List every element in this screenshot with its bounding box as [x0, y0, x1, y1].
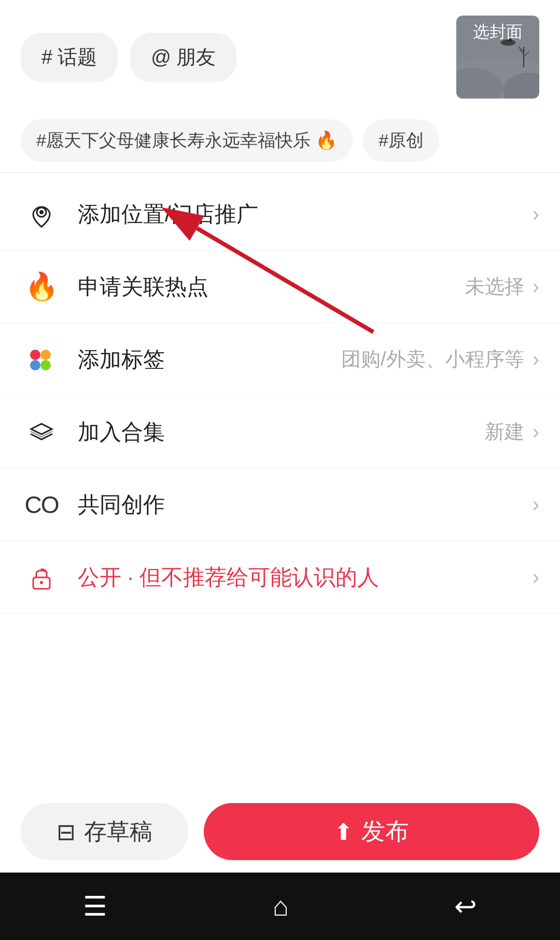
hotspot-value: 未选择	[465, 273, 524, 300]
collab-chevron: ›	[533, 493, 539, 516]
cover-label-text: 选封面	[473, 22, 523, 41]
menu-item-tag[interactable]: 添加标签 团购/外卖、小程序等 ›	[0, 323, 560, 396]
menu-list: 添加位置/门店推广 › 🔥 申请关联热点 未选择 › 添加标签 团购/外卖、小程…	[0, 178, 560, 614]
collection-label: 加入合集	[78, 418, 485, 447]
collab-label: 共同创作	[78, 490, 533, 519]
bottom-action-bar: ⊟ 存草稿 ⬆ 发布	[0, 791, 560, 873]
collection-chevron: ›	[533, 420, 539, 444]
mention-label: 朋友	[176, 44, 216, 71]
location-label: 添加位置/门店推广	[78, 200, 533, 229]
svg-point-15	[40, 360, 51, 370]
hashtag-text-2: #原创	[379, 129, 424, 153]
draft-button[interactable]: ⊟ 存草稿	[21, 803, 188, 860]
cover-label[interactable]: 选封面	[456, 16, 539, 99]
location-icon	[21, 193, 62, 235]
hotspot-label: 申请关联热点	[78, 272, 465, 301]
hashtag-text-1: #愿天下父母健康长寿永远幸福快乐 🔥	[36, 129, 337, 153]
co-icon: CO	[21, 484, 62, 526]
location-chevron: ›	[533, 202, 539, 226]
svg-point-11	[39, 210, 44, 214]
cover-thumbnail[interactable]: 选封面	[456, 16, 539, 99]
lock-icon	[21, 557, 62, 598]
mention-button[interactable]: @ 朋友	[130, 33, 236, 82]
menu-item-collab[interactable]: CO 共同创作 ›	[0, 468, 560, 541]
draft-icon: ⊟	[57, 819, 76, 845]
menu-item-privacy[interactable]: 公开 · 但不推荐给可能认识的人 ›	[0, 541, 560, 614]
tag-value: 团购/外卖、小程序等	[341, 346, 524, 372]
fire-icon: 🔥	[21, 266, 62, 308]
menu-item-collection[interactable]: 加入合集 新建 ›	[0, 396, 560, 468]
svg-point-13	[40, 350, 51, 360]
hotspot-chevron: ›	[533, 275, 539, 298]
svg-point-14	[30, 360, 40, 370]
tag-label: 添加标签	[78, 345, 341, 374]
hashtag-pill-2[interactable]: #原创	[363, 119, 439, 162]
collection-value: 新建	[485, 419, 524, 445]
draft-label: 存草稿	[84, 817, 152, 847]
layers-icon	[21, 411, 62, 453]
mention-icon: @	[151, 46, 171, 68]
dots-icon	[21, 339, 62, 380]
nav-bar: ☰ ⌂ ↩	[0, 873, 560, 940]
publish-label: 发布	[361, 815, 409, 848]
hashtag-row: #愿天下父母健康长寿永远幸福快乐 🔥 #原创	[0, 109, 560, 173]
menu-item-location[interactable]: 添加位置/门店推广 ›	[0, 178, 560, 251]
svg-point-17	[40, 581, 43, 584]
svg-point-12	[30, 350, 40, 360]
back-icon: ↩	[454, 891, 477, 921]
nav-back-button[interactable]: ↩	[454, 891, 477, 922]
home-icon: ⌂	[273, 891, 289, 921]
publish-button[interactable]: ⬆ 发布	[204, 803, 539, 860]
nav-home-button[interactable]: ⌂	[273, 891, 289, 922]
menu-icon: ☰	[83, 891, 107, 921]
publish-icon: ⬆	[334, 819, 353, 845]
privacy-chevron: ›	[533, 565, 539, 589]
hashtag-label: 话题	[58, 44, 97, 71]
hashtag-pill-1[interactable]: #愿天下父母健康长寿永远幸福快乐 🔥	[21, 119, 353, 162]
nav-menu-button[interactable]: ☰	[83, 891, 107, 922]
hashtag-button[interactable]: # 话题	[21, 33, 118, 82]
privacy-label: 公开 · 但不推荐给可能认识的人	[78, 563, 533, 592]
hashtag-icon: #	[41, 46, 52, 68]
menu-item-hotspot[interactable]: 🔥 申请关联热点 未选择 ›	[0, 251, 560, 323]
tag-chevron: ›	[533, 348, 539, 371]
top-section: # 话题 @ 朋友 选封面	[0, 0, 560, 109]
